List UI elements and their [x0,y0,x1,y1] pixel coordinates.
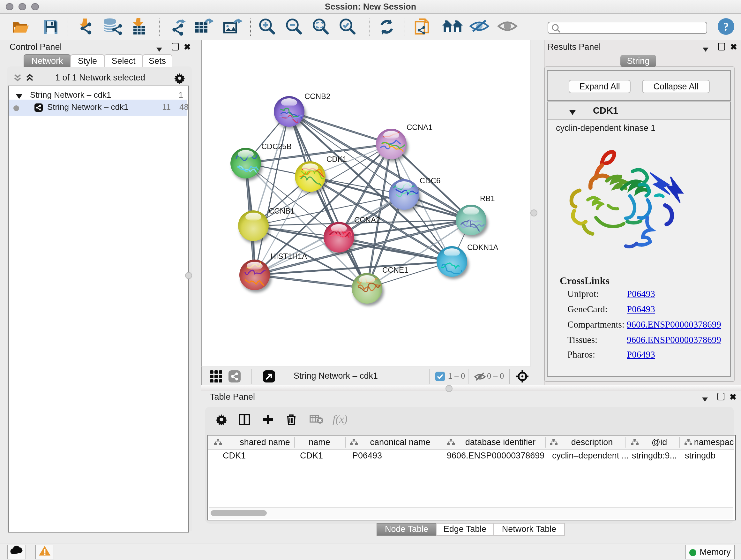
svg-text:CDC25B: CDC25B [261,142,292,151]
svg-text:HIST1H1A: HIST1H1A [270,252,307,260]
svg-text:CDC6: CDC6 [420,176,441,185]
svg-text:CDKN1A: CDKN1A [467,243,498,252]
svg-text:CCNA2: CCNA2 [354,215,380,224]
svg-text:CCNB1: CCNB1 [269,206,294,215]
svg-text:CCNE1: CCNE1 [382,266,408,274]
svg-text:RB1: RB1 [480,194,495,203]
svg-text:CCNA1: CCNA1 [407,123,432,132]
svg-text:CDK1: CDK1 [327,155,347,164]
svg-text:CCNB2: CCNB2 [305,92,330,101]
svg-text:?: ? [723,20,729,33]
